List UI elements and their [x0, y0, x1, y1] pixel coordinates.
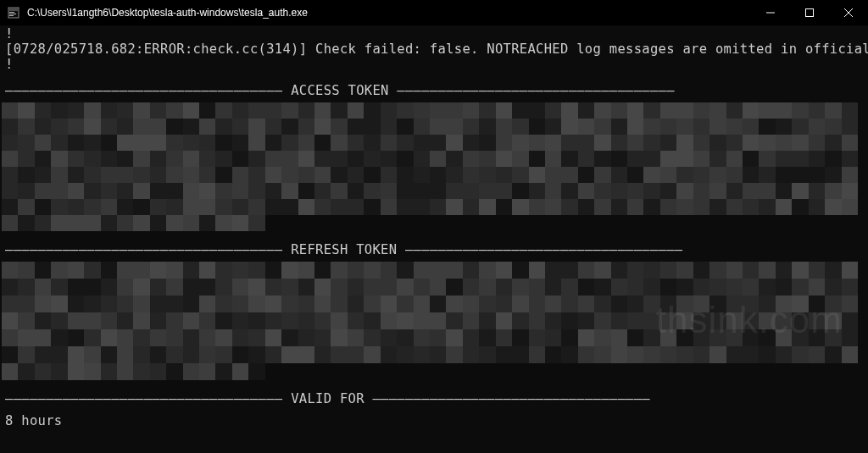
app-icon [7, 6, 20, 19]
svg-rect-6 [806, 9, 814, 17]
redacted-access-token [2, 102, 858, 231]
console-output-line: ! [5, 58, 863, 73]
svg-rect-2 [9, 12, 14, 13]
console-area: ! [0728/025718.682:ERROR:check.cc(314)] … [0, 25, 868, 431]
section-header-refresh-token: –––––––––––––––––––––––––––––––––– REFRE… [5, 243, 863, 258]
maximize-button[interactable] [790, 0, 829, 25]
section-header-valid-for: –––––––––––––––––––––––––––––––––– VALID… [5, 392, 863, 407]
minimize-button[interactable] [751, 0, 790, 25]
valid-for-value: 8 hours [5, 414, 863, 429]
window-titlebar[interactable]: C:\Users\l1angth6\Desktop\tesla-auth-win… [0, 0, 868, 25]
section-header-access-token: –––––––––––––––––––––––––––––––––– ACCES… [5, 84, 863, 99]
close-button[interactable] [829, 0, 868, 25]
window-title: C:\Users\l1angth6\Desktop\tesla-auth-win… [27, 7, 751, 19]
console-output-line: ! [5, 27, 863, 42]
console-output-line: [0728/025718.682:ERROR:check.cc(314)] Ch… [5, 42, 863, 58]
window-controls [751, 0, 868, 25]
svg-rect-1 [9, 8, 18, 11]
svg-rect-3 [9, 14, 16, 14]
redacted-refresh-token [2, 262, 858, 380]
svg-rect-4 [9, 15, 14, 16]
